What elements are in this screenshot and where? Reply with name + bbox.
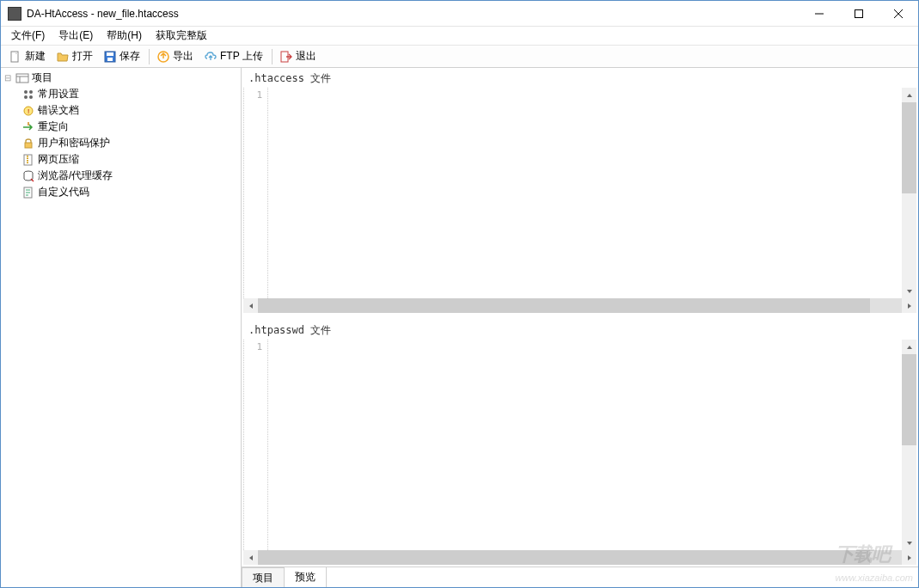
htaccess-editor[interactable]: 1 [243,88,916,298]
htpasswd-panel-title: .htpasswd 文件 [243,322,916,340]
tree-root-project[interactable]: ⊟ 项目 [3,70,239,86]
scroll-up-icon[interactable] [902,88,916,102]
scroll-thumb[interactable] [258,550,870,565]
scroll-thumb[interactable] [258,298,870,313]
tree-item-error-docs[interactable]: ! 错误文档 [21,102,239,119]
error-doc-icon: ! [21,104,35,118]
scroll-left-icon[interactable] [243,298,258,313]
toolbar-separator [272,49,273,64]
svg-text:!: ! [28,107,29,115]
minimize-button[interactable] [800,1,839,26]
tree-item-cache[interactable]: 浏览器/代理缓存 [21,168,239,184]
svg-point-16 [29,95,33,99]
svg-rect-10 [16,74,28,83]
line-gutter: 1 [244,88,268,298]
exit-label: 退出 [296,49,316,64]
new-file-icon [9,50,22,64]
svg-point-15 [24,95,28,99]
htpasswd-panel: .htpasswd 文件 1 [243,322,916,565]
menu-fullversion[interactable]: 获取完整版 [149,27,214,45]
tree-item-label: 错误文档 [38,103,79,118]
menu-export[interactable]: 导出(E) [52,27,100,45]
save-label: 保存 [119,49,140,64]
tree-item-compression[interactable]: 网页压缩 [21,151,239,168]
collapse-icon[interactable]: ⊟ [4,73,11,83]
scroll-thumb[interactable] [902,102,916,193]
scroll-thumb[interactable] [902,354,916,445]
menu-file[interactable]: 文件(F) [4,27,52,45]
code-text[interactable] [268,340,902,550]
exit-icon [279,50,293,64]
svg-point-14 [29,90,33,94]
tree-item-label: 常用设置 [38,87,79,101]
settings-icon [21,88,35,101]
export-icon [156,50,170,64]
ftp-button[interactable]: FTP 上传 [199,47,267,65]
scroll-right-icon[interactable] [902,298,916,313]
close-button[interactable] [879,1,918,26]
toolbar: 新建 打开 保存 导出 FTP 上传 退出 [1,46,918,68]
app-icon [8,7,21,21]
tree-item-common-settings[interactable]: 常用设置 [21,86,239,102]
open-label: 打开 [72,49,93,64]
menubar: 文件(F) 导出(E) 帮助(H) 获取完整版 [1,27,918,46]
ftp-label: FTP 上传 [220,49,263,64]
menu-help[interactable]: 帮助(H) [100,27,149,45]
tab-project[interactable]: 项目 [242,567,285,588]
horizontal-scrollbar[interactable] [243,550,916,565]
save-icon [103,50,117,64]
window-controls [800,1,918,26]
tree-item-redirect[interactable]: 重定向 [21,119,239,135]
vertical-scrollbar[interactable] [902,88,916,298]
tree-item-label: 用户和密码保护 [38,136,110,150]
main-content: ⊟ 项目 常用设置 ! 错误文档 [1,68,918,587]
redirect-icon [21,120,35,134]
scroll-down-icon[interactable] [902,284,916,298]
tree-item-label: 网页压缩 [38,152,79,167]
scroll-up-icon[interactable] [902,340,916,354]
tab-preview[interactable]: 预览 [284,567,327,588]
htpasswd-editor[interactable]: 1 [243,340,916,550]
tree-item-label: 自定义代码 [38,185,89,199]
line-gutter: 1 [244,340,268,550]
exit-button[interactable]: 退出 [275,47,321,65]
new-label: 新建 [25,49,46,64]
htaccess-panel: .htaccess 文件 1 [243,70,916,313]
tree-root-label: 项目 [32,70,52,85]
export-button[interactable]: 导出 [152,47,198,65]
svg-point-13 [24,90,28,94]
tree-item-password[interactable]: 用户和密码保护 [21,135,239,151]
horizontal-scrollbar[interactable] [243,298,916,313]
sidebar: ⊟ 项目 常用设置 ! 错误文档 [1,68,242,587]
scroll-down-icon[interactable] [902,536,916,550]
new-button[interactable]: 新建 [4,47,50,65]
svg-rect-19 [25,143,32,148]
compress-icon [21,153,35,167]
svg-rect-1 [855,9,863,17]
save-button[interactable]: 保存 [99,47,144,65]
maximize-button[interactable] [839,1,879,26]
tree-item-label: 浏览器/代理缓存 [38,168,113,183]
cache-icon [21,169,35,183]
project-icon [15,71,29,85]
content-area: .htaccess 文件 1 .htp [242,68,918,587]
code-icon [21,186,35,199]
lock-icon [21,137,35,150]
folder-open-icon [56,50,70,64]
open-button[interactable]: 打开 [52,47,97,65]
tree-item-label: 重定向 [38,119,69,134]
toolbar-separator [149,49,150,64]
svg-rect-7 [107,58,113,61]
code-text[interactable] [268,88,902,298]
scroll-left-icon[interactable] [243,550,258,565]
vertical-scrollbar[interactable] [902,340,916,550]
export-label: 导出 [173,49,193,64]
scroll-right-icon[interactable] [902,550,916,565]
bottom-tabs: 项目 预览 [242,567,918,587]
svg-rect-6 [107,52,113,56]
titlebar: DA-HtAccess - new_file.htaccess [1,1,918,27]
htaccess-panel-title: .htaccess 文件 [243,70,916,88]
tree-item-custom-code[interactable]: 自定义代码 [21,184,239,200]
window-title: DA-HtAccess - new_file.htaccess [27,8,179,20]
upload-icon [204,50,217,64]
